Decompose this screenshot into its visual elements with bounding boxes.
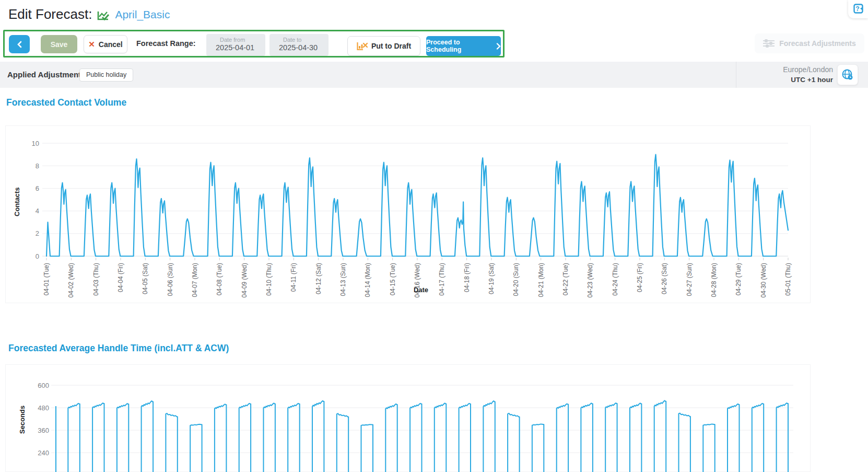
toolbar: Save ✕ Cancel Forecast Range: Date from … <box>3 30 505 57</box>
svg-text:2: 2 <box>36 229 39 237</box>
date-to-field[interactable]: Date to 2025-04-30 <box>269 34 329 56</box>
sliders-icon <box>763 39 775 48</box>
date-from-label: Date from <box>216 37 265 43</box>
svg-text:4: 4 <box>36 207 39 215</box>
svg-text:04-23 (Wed): 04-23 (Wed) <box>587 263 594 297</box>
date-to-value: 2025-04-30 <box>279 43 329 52</box>
proceed-to-scheduling-button[interactable]: Proceed to Scheduling <box>426 36 501 56</box>
svg-text:10: 10 <box>32 140 39 147</box>
svg-text:04-15 (Tue): 04-15 (Tue) <box>389 263 396 295</box>
svg-text:04-11 (Fri): 04-11 (Fri) <box>290 263 297 292</box>
save-button-label: Save <box>51 40 68 49</box>
svg-text:04-20 (Sun): 04-20 (Sun) <box>512 263 520 296</box>
page-title: Edit Forecast: April_Basic <box>8 6 170 22</box>
svg-text:04-14 (Mon): 04-14 (Mon) <box>364 263 371 297</box>
svg-text:480: 480 <box>38 404 49 412</box>
chart-draft-icon <box>357 41 368 51</box>
svg-text:04-25 (Fri): 04-25 (Fri) <box>636 263 643 292</box>
forecast-icon <box>97 10 110 21</box>
svg-text:04-29 (Tue): 04-29 (Tue) <box>735 263 742 295</box>
save-button[interactable]: Save <box>41 35 77 53</box>
contact-volume-chart: 108642004-01 (Tue)04-02 (Wed)04-03 (Thu)… <box>6 126 811 303</box>
forecast-adjustments-label: Forecast Adjustments <box>779 39 856 48</box>
svg-text:04-21 (Mon): 04-21 (Mon) <box>537 263 545 297</box>
svg-text:04-26 (Sat): 04-26 (Sat) <box>661 263 668 294</box>
svg-text:04-04 (Fri): 04-04 (Fri) <box>117 263 124 292</box>
svg-text:600: 600 <box>38 382 49 389</box>
svg-text:04-27 (Sun): 04-27 (Sun) <box>686 263 693 296</box>
date-axis-title: Date <box>397 286 444 294</box>
svg-text:04-10 (Thu): 04-10 (Thu) <box>265 263 273 296</box>
date-from-value: 2025-04-01 <box>216 43 265 52</box>
svg-text:240: 240 <box>38 449 49 457</box>
svg-text:04-13 (Sun): 04-13 (Sun) <box>339 263 347 296</box>
svg-text:04-28 (Mon): 04-28 (Mon) <box>710 263 718 297</box>
svg-text:04-24 (Thu): 04-24 (Thu) <box>612 263 619 296</box>
forecast-name-link[interactable]: April_Basic <box>115 8 170 21</box>
forecast-adjustments-button[interactable]: Forecast Adjustments <box>755 33 864 53</box>
timezone-region: Europe/London <box>736 65 833 75</box>
svg-text:04-06 (Sun): 04-06 (Sun) <box>167 263 174 296</box>
svg-text:?: ? <box>855 5 859 13</box>
date-from-field[interactable]: Date from 2025-04-01 <box>206 34 265 56</box>
svg-text:05-01 (Thu): 05-01 (Thu) <box>784 263 792 296</box>
put-to-draft-label: Put to Draft <box>371 42 411 50</box>
svg-text:360: 360 <box>38 427 49 434</box>
svg-text:04-30 (Wed): 04-30 (Wed) <box>760 263 767 297</box>
close-icon: ✕ <box>88 40 95 49</box>
svg-text:04-18 (Fri): 04-18 (Fri) <box>463 263 471 292</box>
applied-adjustments-label: Applied Adjustments: <box>7 62 88 88</box>
back-button[interactable] <box>9 35 30 53</box>
timezone-offset: UTC +1 hour <box>736 75 833 85</box>
applied-adjustments-bar: Applied Adjustments: Public holiday Euro… <box>0 62 868 88</box>
page-title-text: Edit Forecast: <box>8 6 92 22</box>
timezone-globe-button[interactable] <box>837 64 858 85</box>
globe-icon <box>841 68 854 81</box>
forecast-range-label: Forecast Range: <box>136 31 196 56</box>
svg-text:04-08 (Tue): 04-08 (Tue) <box>216 263 223 295</box>
svg-text:04-22 (Tue): 04-22 (Tue) <box>562 263 569 295</box>
svg-text:04-19 (Sat): 04-19 (Sat) <box>488 263 495 294</box>
svg-text:6: 6 <box>36 185 39 192</box>
svg-text:8: 8 <box>36 162 39 170</box>
timezone-info: Europe/London UTC +1 hour <box>736 65 833 85</box>
contacts-axis-title: Contacts <box>13 165 21 238</box>
chevron-right-icon <box>496 43 501 50</box>
svg-text:04-01 (Tue): 04-01 (Tue) <box>43 263 50 295</box>
date-to-label: Date to <box>279 37 329 43</box>
chevron-left-icon <box>17 41 22 48</box>
cancel-button[interactable]: ✕ Cancel <box>84 35 127 53</box>
svg-text:04-07 (Mon): 04-07 (Mon) <box>191 263 198 297</box>
seconds-axis-title: Seconds <box>18 388 26 451</box>
page: { "header": { "title": "Edit Forecast:",… <box>0 0 868 472</box>
svg-text:0: 0 <box>36 252 39 260</box>
adjustment-chip: Public holiday <box>79 68 133 82</box>
svg-text:04-03 (Thu): 04-03 (Thu) <box>92 263 100 296</box>
cancel-button-label: Cancel <box>99 40 123 49</box>
svg-text:04-12 (Sat): 04-12 (Sat) <box>315 263 322 294</box>
aht-card: 600480360240 Seconds <box>5 364 811 472</box>
proceed-label: Proceed to Scheduling <box>426 39 494 53</box>
svg-text:04-05 (Sat): 04-05 (Sat) <box>142 263 149 294</box>
help-icon: ? <box>853 4 863 14</box>
contact-volume-card: 108642004-01 (Tue)04-02 (Wed)04-03 (Thu)… <box>5 125 811 303</box>
put-to-draft-button[interactable]: Put to Draft <box>347 36 420 56</box>
contact-volume-title: Forecasted Contact Volume <box>6 97 126 108</box>
help-button[interactable]: ? <box>848 0 868 18</box>
svg-text:04-02 (Wed): 04-02 (Wed) <box>67 263 75 297</box>
svg-text:04-09 (Wed): 04-09 (Wed) <box>241 263 248 297</box>
aht-title: Forecasted Average Handle Time (incl.ATT… <box>8 343 229 354</box>
aht-chart: 600480360240 <box>6 365 811 472</box>
